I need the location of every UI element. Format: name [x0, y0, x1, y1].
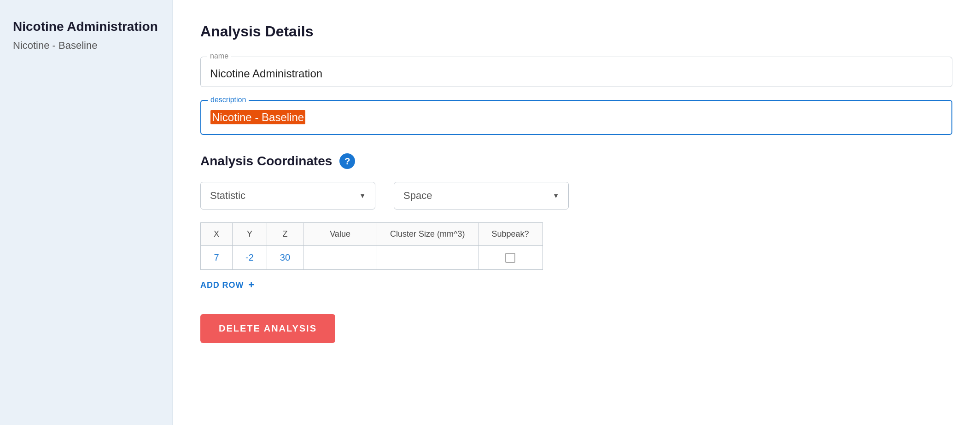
add-row-icon: +: [248, 279, 255, 291]
cell-x[interactable]: 7: [201, 246, 233, 270]
name-field-wrapper: name: [200, 57, 952, 87]
description-label: description: [208, 96, 249, 104]
cell-z[interactable]: 30: [267, 246, 303, 270]
space-dropdown[interactable]: Space ▼: [394, 182, 569, 210]
subpeak-checkbox[interactable]: [505, 253, 515, 263]
coordinates-table: X Y Z Value Cluster Size (mm^3) Subpeak?…: [200, 222, 543, 270]
sidebar-subtitle: Nicotine - Baseline: [13, 40, 159, 52]
col-x: X: [201, 223, 233, 246]
name-input[interactable]: [201, 57, 952, 87]
statistic-dropdown[interactable]: Statistic ▼: [200, 182, 375, 210]
dropdowns-row: Statistic ▼ Space ▼: [200, 182, 952, 210]
description-input[interactable]: Nicotine - Baseline: [201, 101, 951, 134]
cell-subpeak[interactable]: [478, 246, 542, 270]
col-value: Value: [303, 223, 377, 246]
statistic-dropdown-label: Statistic: [210, 190, 245, 202]
add-row-label: ADD ROW: [200, 280, 244, 290]
col-y: Y: [233, 223, 267, 246]
table-header-row: X Y Z Value Cluster Size (mm^3) Subpeak?: [201, 223, 543, 246]
col-cluster-size: Cluster Size (mm^3): [377, 223, 478, 246]
sidebar: Nicotine Administration Nicotine - Basel…: [0, 0, 173, 425]
cell-y[interactable]: -2: [233, 246, 267, 270]
help-icon[interactable]: ?: [339, 153, 355, 169]
statistic-dropdown-arrow: ▼: [359, 192, 366, 199]
cell-cluster-size[interactable]: [377, 246, 478, 270]
col-z: Z: [267, 223, 303, 246]
table-row: 7 -2 30: [201, 246, 543, 270]
sidebar-title: Nicotine Administration: [13, 18, 159, 35]
coordinates-title: Analysis Coordinates: [200, 154, 332, 169]
space-dropdown-arrow: ▼: [553, 192, 559, 199]
cell-value[interactable]: [303, 246, 377, 270]
main-content: Analysis Details name description Nicoti…: [173, 0, 980, 425]
name-label: name: [207, 52, 231, 60]
coordinates-header: Analysis Coordinates ?: [200, 153, 952, 169]
delete-analysis-button[interactable]: DELETE ANALYSIS: [200, 314, 335, 343]
highlighted-text: Nicotine - Baseline: [210, 110, 305, 124]
add-row-button[interactable]: ADD ROW +: [200, 279, 255, 291]
delete-button-label: DELETE ANALYSIS: [219, 323, 317, 333]
description-field-wrapper[interactable]: description Nicotine - Baseline: [200, 100, 952, 135]
space-dropdown-label: Space: [403, 190, 432, 202]
description-field-group: description Nicotine - Baseline: [200, 100, 952, 135]
name-field-group: name: [200, 57, 952, 87]
col-subpeak: Subpeak?: [478, 223, 542, 246]
section-title: Analysis Details: [200, 23, 952, 40]
